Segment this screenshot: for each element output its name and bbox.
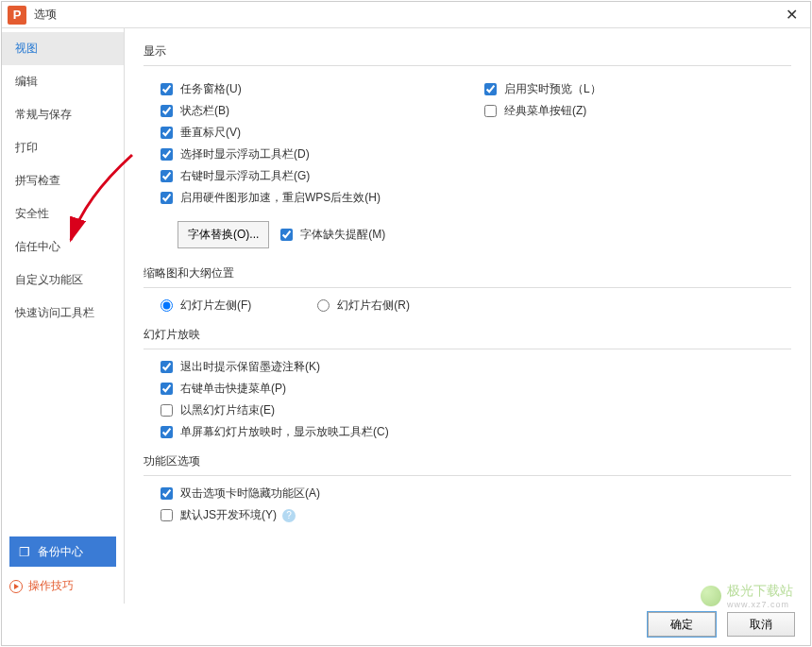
section-slideshow-title: 幻灯片放映 xyxy=(144,327,791,343)
backup-center-button[interactable]: ❐ 备份中心 xyxy=(9,536,116,567)
app-icon: P xyxy=(8,6,26,25)
section-ribbon-title: 功能区选项 xyxy=(144,453,791,469)
sidebar-item-print[interactable]: 打印 xyxy=(2,131,124,164)
divider xyxy=(144,65,791,66)
checkbox-end-black[interactable]: 以黑幻灯片结束(E) xyxy=(161,402,791,418)
tips-link[interactable]: 操作技巧 xyxy=(9,578,116,594)
sidebar-item-edit[interactable]: 编辑 xyxy=(2,65,124,98)
sidebar-item-view[interactable]: 视图 xyxy=(2,32,124,65)
divider xyxy=(144,349,791,349)
help-icon[interactable]: ? xyxy=(282,509,296,522)
checkbox-status-bar[interactable]: 状态栏(B) xyxy=(161,103,467,119)
footer: 确定 取消 xyxy=(2,604,810,645)
sidebar-item-spellcheck[interactable]: 拼写检查 xyxy=(2,164,124,197)
radio-slide-left[interactable]: 幻灯片左侧(F) xyxy=(161,298,251,314)
checkbox-single-screen[interactable]: 单屏幕幻灯片放映时，显示放映工具栏(C) xyxy=(161,424,791,440)
sidebar: 视图 编辑 常规与保存 打印 拼写检查 安全性 信任中心 自定义功能区 快速访问… xyxy=(2,28,125,604)
checkbox-vertical-ruler[interactable]: 垂直标尺(V) xyxy=(161,125,467,141)
checkbox-select-float-toolbar[interactable]: 选择时显示浮动工具栏(D) xyxy=(161,146,467,162)
titlebar: P 选项 ✕ xyxy=(2,2,810,28)
checkbox-hw-accel[interactable]: 启用硬件图形加速，重启WPS后生效(H) xyxy=(161,190,467,206)
close-button[interactable]: ✕ xyxy=(772,2,810,28)
checkbox-classic-menu[interactable]: 经典菜单按钮(Z) xyxy=(484,103,791,119)
tips-label: 操作技巧 xyxy=(28,578,74,594)
checkbox-realtime-preview[interactable]: 启用实时预览（L） xyxy=(484,81,791,97)
backup-icon: ❐ xyxy=(19,545,30,559)
dialog-title: 选项 xyxy=(34,7,57,23)
sidebar-item-quick-access[interactable]: 快速访问工具栏 xyxy=(2,297,124,330)
sidebar-item-customize-ribbon[interactable]: 自定义功能区 xyxy=(2,264,124,297)
checkbox-task-pane[interactable]: 任务窗格(U) xyxy=(161,81,467,97)
backup-label: 备份中心 xyxy=(38,544,83,560)
sidebar-item-general-save[interactable]: 常规与保存 xyxy=(2,98,124,131)
checkbox-default-js[interactable]: 默认JS开发环境(Y)? xyxy=(161,507,791,523)
checkbox-font-missing[interactable]: 字体缺失提醒(M) xyxy=(280,227,385,243)
checkbox-exit-prompt[interactable]: 退出时提示保留墨迹注释(K) xyxy=(161,359,791,375)
divider xyxy=(144,475,791,476)
play-icon xyxy=(9,580,23,593)
sidebar-item-security[interactable]: 安全性 xyxy=(2,197,124,230)
sidebar-item-trust-center[interactable]: 信任中心 xyxy=(2,230,124,264)
ok-button[interactable]: 确定 xyxy=(648,612,716,637)
section-thumb-title: 缩略图和大纲位置 xyxy=(144,265,791,281)
divider xyxy=(144,287,791,288)
checkbox-dblclick-hide[interactable]: 双击选项卡时隐藏功能区(A) xyxy=(161,485,791,502)
section-display-title: 显示 xyxy=(144,43,791,60)
content-panel: 显示 任务窗格(U) 状态栏(B) 垂直标尺(V) 选择时显示浮动工具栏(D) … xyxy=(125,28,810,604)
checkbox-rightclick-menu[interactable]: 右键单击快捷菜单(P) xyxy=(161,381,791,397)
cancel-button[interactable]: 取消 xyxy=(727,612,795,637)
font-replace-button[interactable]: 字体替换(O)... xyxy=(178,221,269,248)
checkbox-rightclick-float-toolbar[interactable]: 右键时显示浮动工具栏(G) xyxy=(161,168,467,184)
radio-slide-right[interactable]: 幻灯片右侧(R) xyxy=(317,298,410,314)
